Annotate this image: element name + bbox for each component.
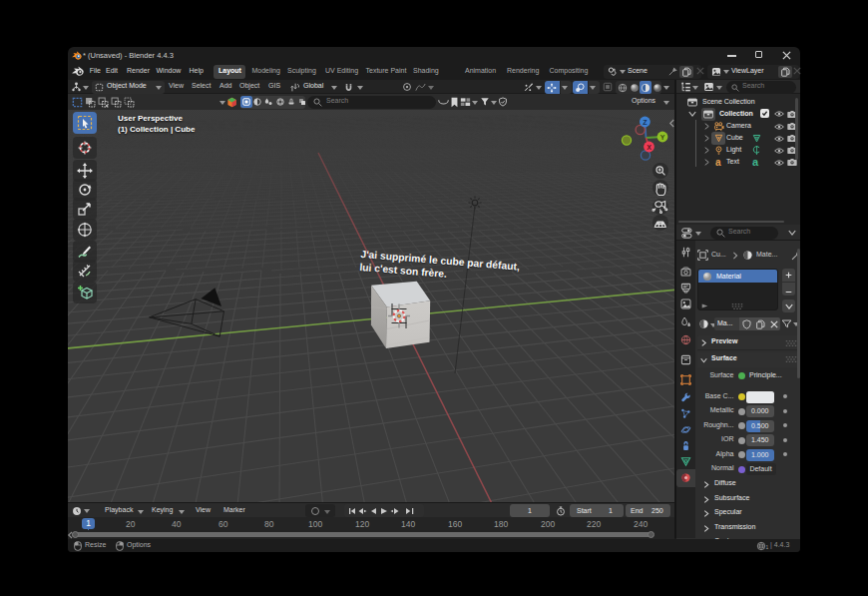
svg-text:Y: Y: [660, 134, 665, 141]
svg-text:X: X: [647, 144, 651, 151]
svg-text:Z: Z: [643, 119, 648, 126]
